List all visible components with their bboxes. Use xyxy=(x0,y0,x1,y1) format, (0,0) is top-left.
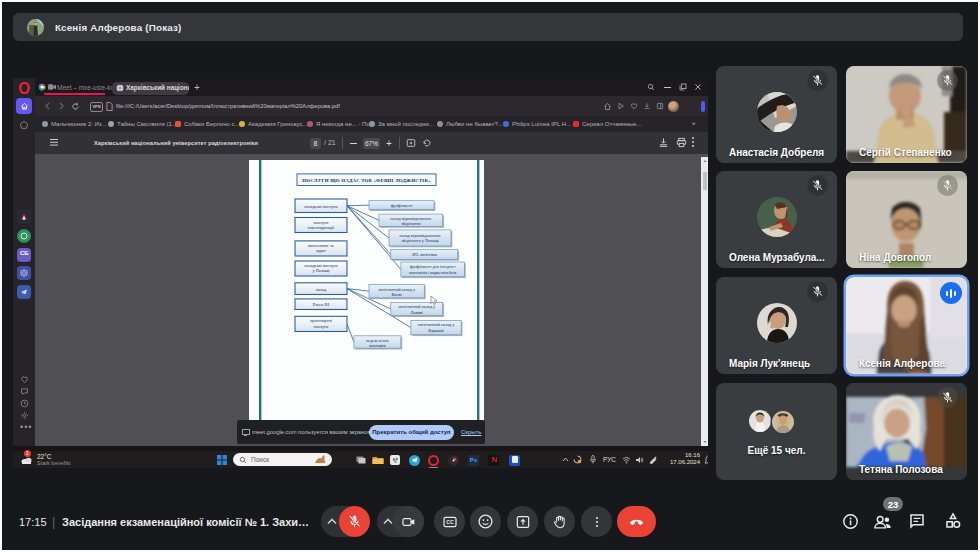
svg-text:інвентаризації: інвентаризації xyxy=(308,225,335,230)
svg-text:фулфілмент для інтернет: фулфілмент для інтернет xyxy=(410,264,456,269)
svg-text:логістичний склад у: логістичний склад у xyxy=(378,286,416,291)
svg-text:консалтинг та: консалтинг та xyxy=(308,242,334,247)
svg-text:склад відповідального: склад відповідального xyxy=(400,232,441,237)
svg-text:CC: CC xyxy=(446,519,454,525)
svg-text:перевезення: перевезення xyxy=(366,337,388,342)
svg-text:послуги: послуги xyxy=(314,323,330,328)
svg-text:склад: склад xyxy=(316,286,327,291)
svg-text:Львові: Львові xyxy=(411,309,424,314)
svg-text:3PL логістика: 3PL логістика xyxy=(412,252,437,257)
svg-text:Варшаві: Варшаві xyxy=(428,327,444,332)
svg-text:послуги: послуги xyxy=(314,219,330,224)
svg-text:зберігання: зберігання xyxy=(401,221,420,226)
svg-text:вантажів: вантажів xyxy=(369,343,385,348)
svg-text:ПОСЛУГИ ЩО НАДАЄ ТОВ «ФЕШН ЛОД: ПОСЛУГИ ЩО НАДАЄ ТОВ «ФЕШН ЛОДЖИСТІК» xyxy=(302,177,431,182)
svg-text:магазинів і маркетплейсів: магазинів і маркетплейсів xyxy=(409,269,456,274)
svg-text:логістичний склад у: логістичний склад у xyxy=(398,304,436,309)
svg-text:у Польщі: у Польщі xyxy=(312,268,330,273)
svg-text:Києві: Києві xyxy=(391,292,402,297)
svg-text:складські послуги: складські послуги xyxy=(304,262,338,267)
svg-text:транспортні: транспортні xyxy=(310,318,333,323)
svg-text:склад відповідального: склад відповідального xyxy=(390,215,431,220)
svg-text:логістичний склад у: логістичний склад у xyxy=(418,322,456,327)
svg-text:Power BI: Power BI xyxy=(313,302,330,307)
svg-text:фулфілмент: фулфілмент xyxy=(391,203,413,208)
svg-text:зберігання у Польщі: зберігання у Польщі xyxy=(401,238,439,243)
svg-text:аудит: аудит xyxy=(316,248,326,253)
svg-text:складські послуги: складські послуги xyxy=(304,203,338,208)
